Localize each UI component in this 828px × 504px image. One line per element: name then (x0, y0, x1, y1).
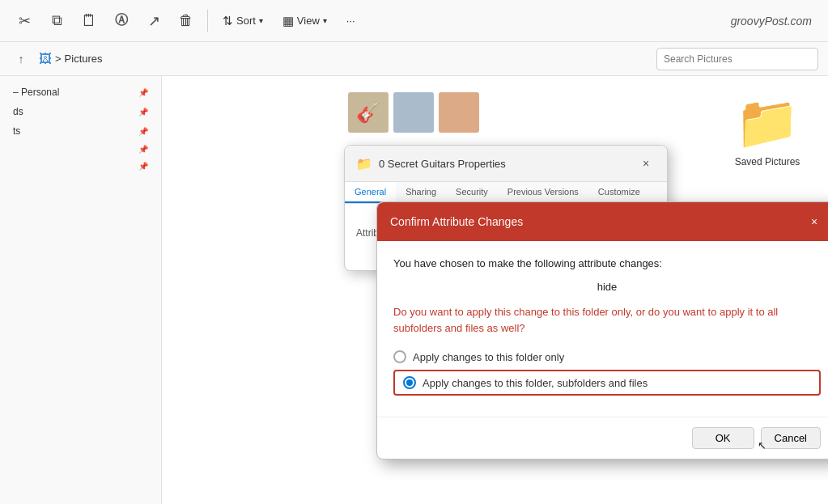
up-arrow-icon: ↑ (19, 53, 24, 66)
sidebar-item-5[interactable]: 📌 (0, 158, 161, 175)
radio-all-subfolders-label: Apply changes to this folder, subfolders… (422, 377, 648, 389)
sidebar-item-label: ts (13, 125, 20, 137)
search-input[interactable] (656, 48, 818, 70)
confirm-dialog: Confirm Attribute Changes × You have cho… (376, 201, 828, 460)
cancel-button[interactable]: Cancel (761, 427, 821, 449)
properties-tabs: General Sharing Security Previous Versio… (345, 182, 667, 204)
thumbnail-strip: 🎸 (348, 92, 479, 133)
share-button[interactable]: ↗ (139, 6, 168, 36)
sidebar-item-ds[interactable]: ds 📌 (0, 102, 161, 121)
toolbar-separator (207, 10, 208, 32)
rename-button[interactable]: Ⓐ (107, 6, 136, 36)
copy-button[interactable]: ⧉ (42, 6, 71, 36)
breadcrumb-separator: > (55, 53, 62, 65)
saved-pictures-folder-icon: 📁 (735, 92, 800, 153)
thumb-2 (393, 92, 434, 133)
view-label: View (297, 15, 320, 27)
tab-customize[interactable]: Customize (588, 182, 650, 203)
content-area: 📁 Saved Pictures 🎸 📁 0 Secret Guitars Pr… (162, 76, 828, 504)
more-dots-icon: ··· (346, 15, 355, 27)
cut-button[interactable]: ✂ (10, 6, 39, 36)
sort-arrows-icon: ⇅ (223, 14, 233, 28)
pin-icon: 📌 (138, 108, 148, 116)
confirm-question: Do you want to apply this change to this… (393, 304, 821, 336)
properties-titlebar: 📁 0 Secret Guitars Properties × (345, 146, 667, 182)
pin-icon: 📌 (138, 145, 148, 154)
pin-icon: 📌 (138, 162, 148, 171)
confirm-highlight: hide (393, 281, 821, 293)
close-x-icon: × (811, 215, 817, 228)
sidebar-item-label: ds (13, 106, 23, 117)
tab-security[interactable]: Security (446, 182, 498, 203)
ok-label: OK (715, 432, 731, 444)
sidebar-item-ts[interactable]: ts 📌 (0, 121, 161, 141)
radio-all-subfolders: Apply changes to this folder, subfolders… (393, 370, 821, 396)
properties-folder-icon: 📁 (356, 156, 372, 172)
right-panel: 📁 Saved Pictures (707, 76, 828, 184)
toolbar: ✂ ⧉ 🗒 Ⓐ ↗ 🗑 ⇅ Sort ▾ ▦ View ▾ ··· groovy… (0, 0, 828, 42)
radio-folder-only-input[interactable] (393, 350, 406, 363)
brand-text: groovyPost.com (731, 15, 812, 28)
view-icon: ▦ (282, 14, 294, 28)
breadcrumb-pictures[interactable]: Pictures (65, 53, 103, 65)
sort-label: Sort (236, 15, 256, 27)
sort-button[interactable]: ⇅ Sort ▾ (214, 11, 271, 32)
properties-close-button[interactable]: × (636, 154, 656, 173)
ok-button[interactable]: OK ↖ (692, 427, 754, 449)
view-button[interactable]: ▦ View ▾ (274, 11, 335, 32)
tab-sharing[interactable]: Sharing (396, 182, 446, 203)
up-button[interactable]: ↑ (10, 48, 32, 70)
sidebar-item-4[interactable]: 📌 (0, 141, 161, 158)
view-chevron-icon: ▾ (323, 16, 327, 25)
thumb-3 (439, 92, 479, 133)
confirm-close-button[interactable]: × (805, 212, 824, 231)
pictures-folder-icon: 🖼 (39, 52, 52, 66)
address-bar: ↑ 🖼 > Pictures (0, 42, 828, 76)
sidebar-item-label: – Personal (13, 87, 59, 98)
confirm-body: You have chosen to make the following at… (377, 241, 828, 417)
thumb-1: 🎸 (348, 92, 389, 133)
paste-button[interactable]: 🗒 (74, 6, 104, 36)
pin-icon: 📌 (138, 127, 148, 136)
cancel-label: Cancel (775, 432, 807, 444)
more-button[interactable]: ··· (338, 11, 363, 30)
confirm-text-main: You have chosen to make the following at… (393, 257, 821, 269)
delete-button[interactable]: 🗑 (172, 6, 201, 36)
radio-dot (406, 379, 413, 386)
properties-title: 0 Secret Guitars Properties (379, 158, 636, 170)
confirm-buttons: OK ↖ Cancel (377, 417, 828, 459)
cursor-icon: ↖ (758, 439, 766, 451)
tab-previous-versions[interactable]: Previous Versions (498, 182, 588, 203)
pin-icon: 📌 (138, 88, 148, 97)
sidebar: – Personal 📌 ds 📌 ts 📌 📌 📌 (0, 76, 162, 504)
sort-chevron-icon: ▾ (259, 16, 263, 25)
main-area: – Personal 📌 ds 📌 ts 📌 📌 📌 📁 Saved Pictu… (0, 76, 828, 504)
saved-pictures-label: Saved Pictures (735, 156, 800, 167)
confirm-title: Confirm Attribute Changes (390, 215, 805, 228)
breadcrumb: 🖼 > Pictures (39, 52, 103, 66)
sidebar-item-personal[interactable]: – Personal 📌 (0, 83, 161, 102)
confirm-titlebar: Confirm Attribute Changes × (377, 202, 828, 241)
radio-folder-only-label: Apply changes to this folder only (413, 351, 564, 363)
tab-general[interactable]: General (345, 182, 396, 203)
radio-folder-only: Apply changes to this folder only (393, 350, 821, 363)
radio-all-subfolders-input[interactable] (403, 376, 416, 389)
